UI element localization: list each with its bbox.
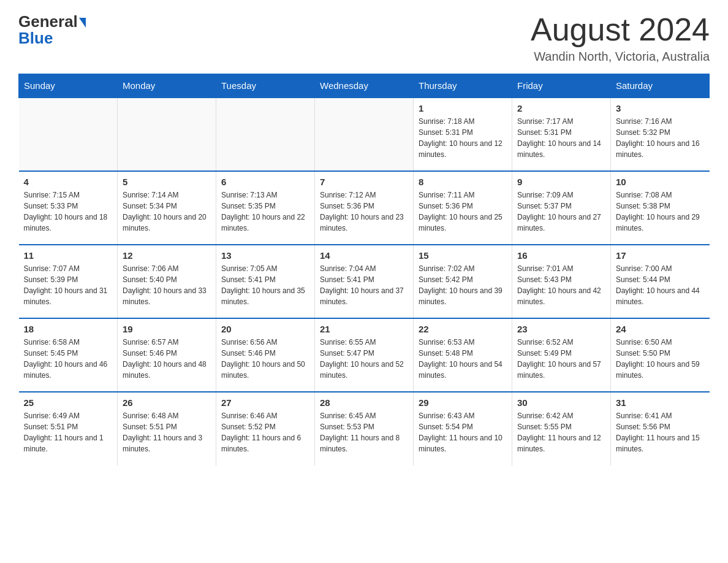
day-cell [315, 98, 414, 171]
day-info: Sunrise: 6:48 AMSunset: 5:51 PMDaylight:… [123, 410, 211, 454]
day-cell: 29Sunrise: 6:43 AMSunset: 5:54 PMDayligh… [414, 392, 512, 465]
day-info: Sunrise: 7:01 AMSunset: 5:43 PMDaylight:… [517, 263, 605, 307]
day-info: Sunrise: 7:16 AMSunset: 5:32 PMDaylight:… [616, 116, 705, 160]
day-number: 31 [616, 397, 705, 408]
day-number: 19 [123, 324, 211, 334]
day-info: Sunrise: 7:17 AMSunset: 5:31 PMDaylight:… [517, 116, 605, 160]
logo: General Blue [18, 12, 86, 48]
day-info: Sunrise: 6:52 AMSunset: 5:49 PMDaylight:… [517, 337, 605, 381]
day-cell: 1Sunrise: 7:18 AMSunset: 5:31 PMDaylight… [414, 98, 512, 171]
day-cell: 24Sunrise: 6:50 AMSunset: 5:50 PMDayligh… [611, 318, 710, 392]
day-number: 16 [517, 250, 605, 261]
logo-triangle-icon [79, 18, 86, 28]
day-number: 12 [123, 250, 211, 261]
day-info: Sunrise: 7:15 AMSunset: 5:33 PMDaylight:… [24, 190, 113, 234]
day-info: Sunrise: 7:13 AMSunset: 5:35 PMDaylight:… [221, 190, 309, 234]
day-cell: 19Sunrise: 6:57 AMSunset: 5:46 PMDayligh… [118, 318, 216, 392]
day-number: 2 [517, 103, 605, 113]
day-info: Sunrise: 6:49 AMSunset: 5:51 PMDaylight:… [24, 410, 113, 454]
header-cell-thursday: Thursday [414, 74, 512, 98]
day-info: Sunrise: 7:06 AMSunset: 5:40 PMDaylight:… [123, 263, 211, 307]
day-cell: 28Sunrise: 6:45 AMSunset: 5:53 PMDayligh… [315, 392, 414, 465]
week-row-1: 1Sunrise: 7:18 AMSunset: 5:31 PMDaylight… [19, 98, 710, 171]
day-number: 11 [24, 250, 113, 261]
day-cell: 12Sunrise: 7:06 AMSunset: 5:40 PMDayligh… [118, 245, 216, 318]
day-cell: 25Sunrise: 6:49 AMSunset: 5:51 PMDayligh… [19, 392, 118, 465]
day-cell: 16Sunrise: 7:01 AMSunset: 5:43 PMDayligh… [512, 245, 611, 318]
day-info: Sunrise: 6:53 AMSunset: 5:48 PMDaylight:… [419, 337, 507, 381]
day-number: 14 [320, 250, 408, 261]
header-cell-wednesday: Wednesday [315, 74, 414, 98]
day-number: 1 [419, 103, 507, 113]
location-title: Wandin North, Victoria, Australia [531, 50, 710, 64]
calendar-table: SundayMondayTuesdayWednesdayThursdayFrid… [18, 74, 710, 465]
day-number: 20 [221, 324, 309, 334]
day-info: Sunrise: 7:11 AMSunset: 5:36 PMDaylight:… [419, 190, 507, 234]
calendar-body: 1Sunrise: 7:18 AMSunset: 5:31 PMDaylight… [19, 98, 710, 465]
day-number: 7 [320, 177, 408, 187]
day-cell: 7Sunrise: 7:12 AMSunset: 5:36 PMDaylight… [315, 171, 414, 245]
day-cell: 17Sunrise: 7:00 AMSunset: 5:44 PMDayligh… [611, 245, 710, 318]
day-number: 22 [419, 324, 507, 334]
day-cell: 4Sunrise: 7:15 AMSunset: 5:33 PMDaylight… [19, 171, 118, 245]
logo-blue-text: Blue [18, 29, 53, 48]
week-row-5: 25Sunrise: 6:49 AMSunset: 5:51 PMDayligh… [19, 392, 710, 465]
header-cell-monday: Monday [118, 74, 216, 98]
day-cell: 13Sunrise: 7:05 AMSunset: 5:41 PMDayligh… [216, 245, 315, 318]
month-title: August 2024 [531, 12, 710, 47]
day-number: 28 [320, 397, 408, 408]
day-info: Sunrise: 6:56 AMSunset: 5:46 PMDaylight:… [221, 337, 309, 381]
day-cell: 30Sunrise: 6:42 AMSunset: 5:55 PMDayligh… [512, 392, 611, 465]
day-info: Sunrise: 6:50 AMSunset: 5:50 PMDaylight:… [616, 337, 705, 381]
day-number: 17 [616, 250, 705, 261]
day-cell: 3Sunrise: 7:16 AMSunset: 5:32 PMDaylight… [611, 98, 710, 171]
day-cell: 10Sunrise: 7:08 AMSunset: 5:38 PMDayligh… [611, 171, 710, 245]
header-cell-saturday: Saturday [611, 74, 710, 98]
day-cell: 15Sunrise: 7:02 AMSunset: 5:42 PMDayligh… [414, 245, 512, 318]
title-area: August 2024 Wandin North, Victoria, Aust… [531, 12, 710, 64]
header-row: SundayMondayTuesdayWednesdayThursdayFrid… [19, 74, 710, 98]
day-cell: 11Sunrise: 7:07 AMSunset: 5:39 PMDayligh… [19, 245, 118, 318]
day-info: Sunrise: 7:00 AMSunset: 5:44 PMDaylight:… [616, 263, 705, 307]
day-cell: 5Sunrise: 7:14 AMSunset: 5:34 PMDaylight… [118, 171, 216, 245]
day-number: 4 [24, 177, 113, 187]
day-cell [118, 98, 216, 171]
day-cell: 18Sunrise: 6:58 AMSunset: 5:45 PMDayligh… [19, 318, 118, 392]
day-info: Sunrise: 6:57 AMSunset: 5:46 PMDaylight:… [123, 337, 211, 381]
day-number: 3 [616, 103, 705, 113]
day-info: Sunrise: 7:08 AMSunset: 5:38 PMDaylight:… [616, 190, 705, 234]
day-number: 25 [24, 397, 113, 408]
day-number: 29 [419, 397, 507, 408]
day-number: 18 [24, 324, 113, 334]
day-number: 15 [419, 250, 507, 261]
day-number: 26 [123, 397, 211, 408]
day-info: Sunrise: 7:07 AMSunset: 5:39 PMDaylight:… [24, 263, 113, 307]
week-row-3: 11Sunrise: 7:07 AMSunset: 5:39 PMDayligh… [19, 245, 710, 318]
day-cell: 21Sunrise: 6:55 AMSunset: 5:47 PMDayligh… [315, 318, 414, 392]
day-info: Sunrise: 6:58 AMSunset: 5:45 PMDaylight:… [24, 337, 113, 381]
header-cell-friday: Friday [512, 74, 611, 98]
day-info: Sunrise: 7:14 AMSunset: 5:34 PMDaylight:… [123, 190, 211, 234]
day-cell: 31Sunrise: 6:41 AMSunset: 5:56 PMDayligh… [611, 392, 710, 465]
day-number: 8 [419, 177, 507, 187]
day-cell: 2Sunrise: 7:17 AMSunset: 5:31 PMDaylight… [512, 98, 611, 171]
day-number: 10 [616, 177, 705, 187]
day-number: 5 [123, 177, 211, 187]
day-info: Sunrise: 7:05 AMSunset: 5:41 PMDaylight:… [221, 263, 309, 307]
day-info: Sunrise: 7:12 AMSunset: 5:36 PMDaylight:… [320, 190, 408, 234]
day-info: Sunrise: 6:41 AMSunset: 5:56 PMDaylight:… [616, 410, 705, 454]
week-row-2: 4Sunrise: 7:15 AMSunset: 5:33 PMDaylight… [19, 171, 710, 245]
header-cell-sunday: Sunday [19, 74, 118, 98]
day-number: 21 [320, 324, 408, 334]
header-cell-tuesday: Tuesday [216, 74, 315, 98]
calendar-header: SundayMondayTuesdayWednesdayThursdayFrid… [19, 74, 710, 98]
day-info: Sunrise: 6:43 AMSunset: 5:54 PMDaylight:… [419, 410, 507, 454]
day-info: Sunrise: 6:42 AMSunset: 5:55 PMDaylight:… [517, 410, 605, 454]
header: General Blue August 2024 Wandin North, V… [18, 12, 710, 64]
day-cell: 14Sunrise: 7:04 AMSunset: 5:41 PMDayligh… [315, 245, 414, 318]
day-cell [19, 98, 118, 171]
week-row-4: 18Sunrise: 6:58 AMSunset: 5:45 PMDayligh… [19, 318, 710, 392]
day-info: Sunrise: 6:45 AMSunset: 5:53 PMDaylight:… [320, 410, 408, 454]
day-info: Sunrise: 7:18 AMSunset: 5:31 PMDaylight:… [419, 116, 507, 160]
day-number: 9 [517, 177, 605, 187]
